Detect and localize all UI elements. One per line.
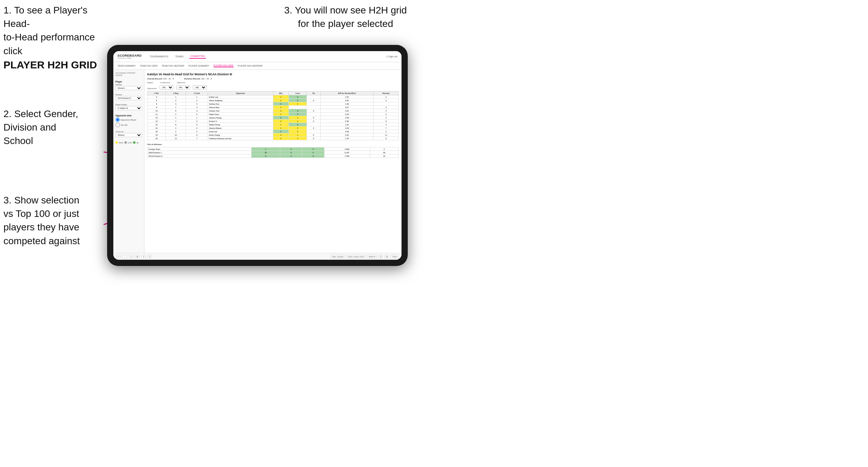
player-rank-select[interactable]: 8. Katelyn Vo xyxy=(115,106,142,110)
tablet-screen: SCOREBOARD Powered by clippd TOURNAMENTS… xyxy=(113,51,402,260)
division-label: Division xyxy=(115,94,142,96)
gender-select[interactable]: Women's xyxy=(115,86,142,90)
sub-nav-team-h2h-grid[interactable]: TEAM H2H GRID xyxy=(140,65,158,67)
gender-label: Gender xyxy=(115,84,142,86)
col-loss: Loss xyxy=(289,92,306,95)
conference-select[interactable]: (All) xyxy=(176,85,190,89)
table-row: 10 6 3 Andrea York 2 0 0 4.00 4 xyxy=(148,109,399,113)
nav-sign-out[interactable]: i | Sign out xyxy=(386,55,397,58)
filter-row-inline: Opponents: (All) (All) (All) xyxy=(147,85,399,89)
col-conf: # Conf xyxy=(186,92,208,95)
list-item: NAIA Division 1 15 0 0 9.267 30 xyxy=(148,151,399,154)
col-tie: Tie xyxy=(307,92,320,95)
brand: SCOREBOARD Powered by clippd xyxy=(117,54,142,59)
timestamp: Last Updated: 27/03/2024 16:55:38 xyxy=(115,72,142,76)
table-row: 3 1 1 Esther Lee 1 0 1.50 4 xyxy=(148,95,399,99)
toolbar-watch[interactable]: Watch ▾ xyxy=(367,255,377,258)
sub-nav-player-h2h-heatmap[interactable]: PLAYER H2H HEATMAP xyxy=(238,65,263,67)
toolbar-undo[interactable]: ↩ xyxy=(116,255,121,258)
left-panel: Last Updated: 27/03/2024 16:55:38 Player… xyxy=(113,70,144,253)
nav-bar: SCOREBOARD Powered by clippd TOURNAMENTS… xyxy=(113,51,402,62)
conference-filter: Conference xyxy=(160,82,170,84)
legend-down-dot xyxy=(115,141,118,144)
grid-records: Overall Record: 353 - 34 - 6 Division Re… xyxy=(147,78,399,80)
filters-row: Region Conference Opponent xyxy=(147,82,399,84)
table-row: 6 3 3 Sydney Kuo 0 1 -1.00 xyxy=(148,102,399,106)
legend-up-dot xyxy=(133,141,135,144)
table-row: 13 1 1 Jessica Huang 0 1 0 -3.00 2 xyxy=(148,116,399,120)
toolbar-view-original[interactable]: View: Original xyxy=(330,255,345,258)
toolbar-layout1[interactable]: ⊡ xyxy=(378,255,383,258)
colour-by-label: Colour by xyxy=(115,131,142,133)
toolbar-redo[interactable]: ↪ xyxy=(129,255,133,258)
division-select[interactable]: NCAA Division III xyxy=(115,96,142,100)
col-diff: Diff Av Strokes/Rnd xyxy=(320,92,374,95)
radio-opponents-played[interactable]: Opponents Played xyxy=(115,117,142,122)
opponent-filter: Opponent xyxy=(177,82,185,84)
list-item: Foreign Team 1 0 0 4.500 2 xyxy=(148,147,399,151)
table-row: 20 11 7 Federica Domecq Lacroze 2 1 0 1.… xyxy=(148,137,399,140)
instruction-mid-left: 2. Select Gender, Division and School xyxy=(3,107,104,148)
instruction-top-left: 1. To see a Player's Head- to-Head perfo… xyxy=(3,3,114,72)
table-row: 15 8 5 Stella Cheng 1 0 1.25 4 xyxy=(148,123,399,126)
grid-title: Katelyn Vo Head-to-Head Grid for Women's… xyxy=(147,73,399,76)
table-row: 19 10 6 Emily Chang 4 1 0 0.30 11 xyxy=(148,133,399,137)
toolbar-back[interactable]: ← xyxy=(122,255,127,258)
table-row: 16 1 3 Jessica Mason 1 2 0 -0.94 7 xyxy=(148,126,399,130)
col-win: Win xyxy=(273,92,289,95)
sub-nav-team-h2h-heatmap[interactable]: TEAM H2H HEATMAP xyxy=(162,65,185,67)
sub-nav-player-summary[interactable]: PLAYER SUMMARY xyxy=(189,65,209,67)
sub-nav-player-h2h-grid[interactable]: PLAYER H2H GRID xyxy=(214,64,234,67)
toolbar-refresh[interactable]: ↺ xyxy=(141,255,146,258)
sub-nav: TEAM SUMMARY TEAM H2H GRID TEAM H2H HEAT… xyxy=(113,62,402,70)
sub-nav-team-summary[interactable]: TEAM SUMMARY xyxy=(117,65,136,67)
bottom-toolbar: ↩ ← ↪ ⊞ ↺ ⊙ View: Original Save Custom V… xyxy=(113,253,402,260)
instruction-top-right: 3. You will now see H2H gridfor the play… xyxy=(259,3,432,30)
opponent-view-radios: Opponents Played Top 100 xyxy=(115,117,142,127)
col-opponent: Opponent xyxy=(208,92,273,95)
region-filter: Region xyxy=(147,82,153,84)
list-item: NCAA Division 2 5 0 0 7.400 10 xyxy=(148,154,399,158)
table-row: 9 1 4 Sharon Mun 1 3.67 3 xyxy=(148,106,399,109)
nav-teams[interactable]: TEAMS xyxy=(174,55,185,58)
table-row: 18 2 2 Euna Lee 0 2 -5.00 2 xyxy=(148,130,399,133)
opponent-view-title: Opponent view xyxy=(115,114,142,117)
toolbar-layout2[interactable]: ⊞ xyxy=(385,255,389,258)
legend-level-dot xyxy=(124,141,127,144)
tablet-device: SCOREBOARD Powered by clippd TOURNAMENTS… xyxy=(107,45,408,266)
toolbar-eye[interactable]: ⊙ xyxy=(148,255,152,258)
nav-committee[interactable]: COMMITTEE xyxy=(189,54,206,59)
grid-area: Katelyn Vo Head-to-Head Grid for Women's… xyxy=(144,70,402,253)
col-rounds: Rounds xyxy=(374,92,399,95)
nav-tournaments[interactable]: TOURNAMENTS xyxy=(149,55,169,58)
table-row: 14 7 4 Eunice Yi 2 2 0 0.38 9 xyxy=(148,120,399,123)
toolbar-share[interactable]: Share xyxy=(391,255,399,258)
instruction-bot-left: 3. Show selection vs Top 100 or just pla… xyxy=(3,193,107,248)
player-section-title: Player xyxy=(115,80,142,83)
main-content: Last Updated: 27/03/2024 16:55:38 Player… xyxy=(113,70,402,253)
player-rank-label: Player (Rank) xyxy=(115,104,142,106)
opponents-select[interactable]: (All) xyxy=(160,85,173,89)
radio-top-100[interactable]: Top 100 xyxy=(115,123,142,127)
table-row: 5 2 2 Alexis Sudjianto 1 0 0 4.00 3 xyxy=(148,99,399,102)
out-of-division-table: Foreign Team 1 0 0 4.500 2 NAIA Division… xyxy=(147,147,399,158)
opponent-filter-select[interactable]: (All) xyxy=(193,85,207,89)
toolbar-save-custom[interactable]: Save Custom View xyxy=(347,255,365,258)
colour-by-select[interactable]: Win/loss xyxy=(115,133,142,137)
col-div: # Div xyxy=(148,92,166,95)
table-row: 11 2 5 Heejo Hyun 1 0 3.33 3 xyxy=(148,113,399,116)
out-of-division-header: Out of division xyxy=(147,143,399,145)
colour-legend: Down Level Up xyxy=(115,141,142,144)
h2h-table: # Div # Reg # Conf Opponent Win Loss Tie… xyxy=(147,91,399,140)
toolbar-grid[interactable]: ⊞ xyxy=(135,255,140,258)
col-reg: # Reg xyxy=(166,92,186,95)
